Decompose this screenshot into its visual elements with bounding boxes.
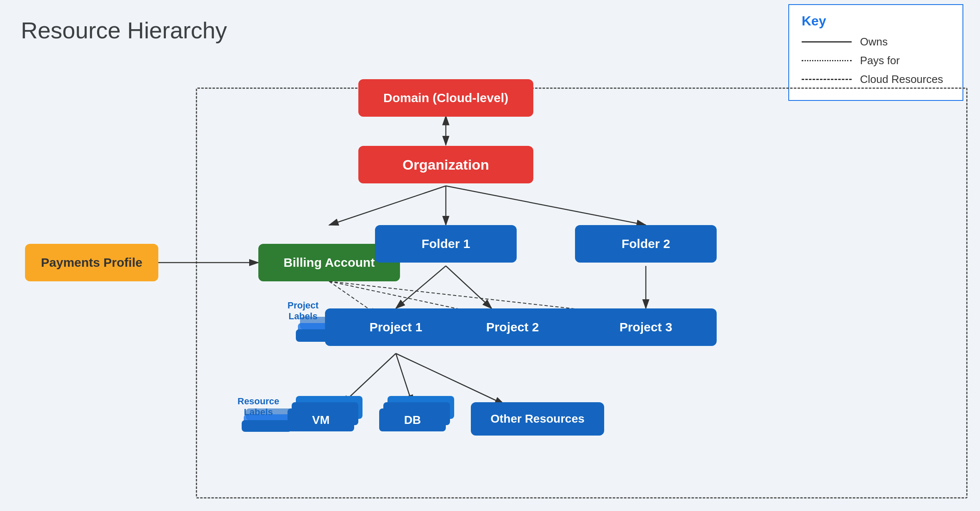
resource-labels-text: ResourceLabels bbox=[238, 396, 279, 418]
project3-node: Project 3 bbox=[575, 308, 717, 346]
owns-line-icon bbox=[802, 41, 852, 43]
db-stacked: DB bbox=[379, 396, 462, 446]
project2-node: Project 2 bbox=[442, 308, 583, 346]
key-item-owns: Owns bbox=[802, 35, 950, 48]
domain-node: Domain (Cloud-level) bbox=[358, 79, 533, 117]
other-resources-node: Other Resources bbox=[471, 402, 604, 436]
folder1-node: Folder 1 bbox=[375, 225, 517, 263]
payments-profile-node: Payments Profile bbox=[25, 244, 158, 281]
page-title: Resource Hierarchy bbox=[21, 17, 227, 44]
diagram: Payments Profile Domain (Cloud-level) Or… bbox=[12, 54, 968, 498]
owns-label: Owns bbox=[860, 35, 888, 48]
key-title: Key bbox=[802, 13, 950, 29]
project-labels-text: ProjectLabels bbox=[288, 300, 319, 322]
folder2-node: Folder 2 bbox=[575, 225, 717, 263]
organization-node: Organization bbox=[358, 146, 533, 183]
vm-stacked: VM bbox=[288, 396, 371, 446]
